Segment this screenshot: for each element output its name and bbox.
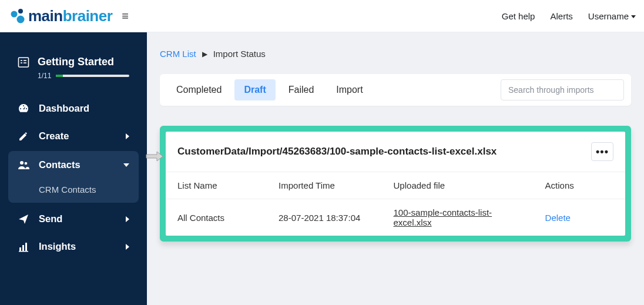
svg-point-8 <box>20 161 24 165</box>
tab-completed[interactable]: Completed <box>167 79 231 100</box>
logo[interactable]: mainbrainer <box>8 7 112 25</box>
tab-draft[interactable]: Draft <box>234 79 275 100</box>
more-actions-button[interactable]: ••• <box>591 142 613 161</box>
header-left: mainbrainer ≡ <box>8 7 131 25</box>
col-uploaded-file: Uploaded file <box>382 172 534 199</box>
checklist-icon <box>18 56 29 68</box>
chart-icon <box>18 242 29 252</box>
logo-text-main: main <box>28 7 63 25</box>
delete-link[interactable]: Delete <box>545 213 571 223</box>
svg-point-9 <box>25 162 28 165</box>
people-icon <box>18 160 29 170</box>
sidebar-item-send[interactable]: Send <box>0 205 147 233</box>
alerts-link[interactable]: Alerts <box>550 11 572 21</box>
sidebar-subitem-crm-contacts[interactable]: CRM Contacts <box>8 179 139 203</box>
table-row: All Contacts 28-07-2021 18:37:04 100-sam… <box>166 199 625 236</box>
sidebar-item-create[interactable]: Create <box>0 122 147 150</box>
chevron-right-icon <box>126 216 129 222</box>
chevron-right-icon <box>126 244 129 250</box>
search-placeholder: Search through imports <box>508 85 594 95</box>
svg-rect-12 <box>25 243 27 251</box>
logo-dots-icon <box>8 8 25 24</box>
sidebar: Getting Started 1/11 Dashboard <box>0 32 147 305</box>
col-list-name: List Name <box>166 172 267 199</box>
chevron-down-icon <box>631 15 636 18</box>
svg-point-2 <box>17 16 25 24</box>
progress-bar-fill <box>56 75 62 77</box>
tabs: Completed Draft Failed Import <box>167 79 373 100</box>
col-imported-time: Imported Time <box>267 172 382 199</box>
sidebar-item-label: Create <box>39 130 69 142</box>
import-table: List Name Imported Time Uploaded file Ac… <box>166 172 625 236</box>
sidebar-item-label: Send <box>39 213 62 224</box>
breadcrumb-current: Import Status <box>213 49 266 59</box>
svg-rect-13 <box>19 251 28 252</box>
sidebar-group-contacts: Contacts CRM Contacts <box>8 151 139 203</box>
import-file-header: CustomerData/Import/45263683/100-sample-… <box>166 132 625 172</box>
get-help-link[interactable]: Get help <box>502 11 535 21</box>
highlighted-panel: CustomerData/Import/45263683/100-sample-… <box>160 126 631 242</box>
sidebar-item-label: Dashboard <box>39 103 89 114</box>
tab-import[interactable]: Import <box>327 79 372 100</box>
dashboard-icon <box>18 102 29 114</box>
import-file-title: CustomerData/Import/45263683/100-sample-… <box>177 146 497 157</box>
uploaded-file-link[interactable]: 100-sample-contacts-list-excel.xlsx <box>394 207 492 227</box>
svg-point-0 <box>18 9 23 14</box>
username-dropdown[interactable]: Username <box>588 11 636 21</box>
paper-plane-icon <box>18 214 29 224</box>
arrow-pointer-icon <box>145 149 164 163</box>
sidebar-item-contacts[interactable]: Contacts <box>8 151 139 179</box>
sidebar-item-dashboard[interactable]: Dashboard <box>0 94 147 122</box>
svg-rect-11 <box>22 245 24 251</box>
svg-point-1 <box>11 11 18 18</box>
cell-imported-time: 28-07-2021 18:37:04 <box>267 199 382 236</box>
sidebar-item-label: Contacts <box>39 159 80 170</box>
top-header: mainbrainer ≡ Get help Alerts Username <box>0 0 644 32</box>
getting-started-label: Getting Started <box>38 56 114 68</box>
svg-rect-3 <box>19 58 29 67</box>
header-right: Get help Alerts Username <box>502 11 636 21</box>
cell-list-name: All Contacts <box>166 199 267 236</box>
logo-text-brainer: brainer <box>63 7 113 25</box>
getting-started-progress-text: 1/11 <box>38 72 51 80</box>
chevron-right-icon: ▶ <box>202 50 207 58</box>
tabs-bar: Completed Draft Failed Import Search thr… <box>160 74 631 106</box>
sidebar-item-label: Insights <box>39 241 76 252</box>
breadcrumb-link-crm-list[interactable]: CRM List <box>160 49 196 59</box>
sidebar-item-insights[interactable]: Insights <box>0 233 147 260</box>
chevron-right-icon <box>126 133 129 139</box>
tab-failed[interactable]: Failed <box>279 79 324 100</box>
svg-rect-10 <box>19 247 21 251</box>
main-content: CRM List ▶ Import Status Completed Draft… <box>147 32 644 305</box>
sidebar-getting-started[interactable]: Getting Started 1/11 <box>0 56 147 94</box>
username-label: Username <box>588 11 629 21</box>
progress-bar <box>56 75 129 77</box>
breadcrumb: CRM List ▶ Import Status <box>160 49 631 59</box>
pencil-icon <box>18 131 29 142</box>
chevron-down-icon <box>123 163 129 167</box>
search-input[interactable]: Search through imports <box>501 79 624 100</box>
menu-toggle-icon[interactable]: ≡ <box>119 8 131 24</box>
col-actions: Actions <box>534 172 625 199</box>
